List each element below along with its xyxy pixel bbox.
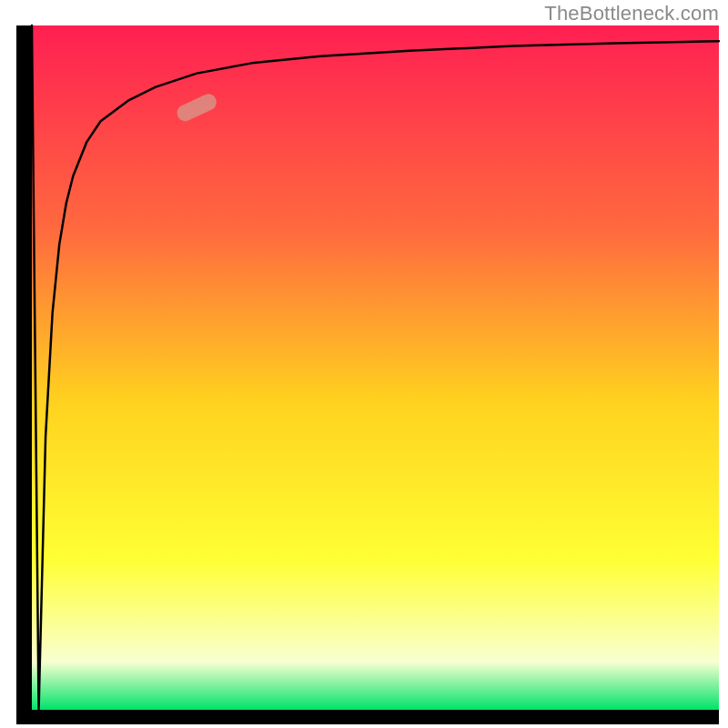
chart-svg [0, 0, 728, 728]
axis-bottom [16, 710, 719, 724]
plot-background [32, 25, 719, 710]
attribution-text: TheBottleneck.com [544, 2, 719, 25]
axis-left [16, 25, 32, 717]
chart-container: TheBottleneck.com [0, 0, 728, 728]
